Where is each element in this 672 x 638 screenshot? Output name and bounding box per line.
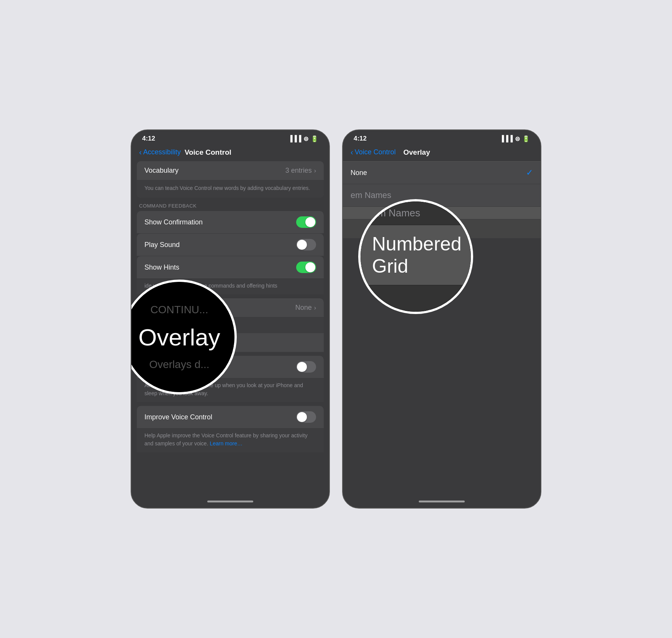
signal-icon: ▐▐▐ — [288, 135, 301, 142]
show-confirmation-item: Show Confirmation — [137, 211, 324, 234]
magnifier-numbered-grid-text: Numbered Grid — [372, 233, 461, 277]
right-signal-icon: ▐▐▐ — [500, 135, 513, 142]
left-home-indicator — [207, 501, 253, 502]
item-names-item[interactable]: em Names — [343, 184, 541, 207]
right-back-label: Voice Control — [355, 148, 396, 156]
right-back-button[interactable]: ‹ Voice Control — [351, 148, 396, 157]
play-sound-label: Play Sound — [144, 241, 180, 249]
improve-voice-toggle[interactable] — [296, 411, 316, 423]
checkmark-icon: ✓ — [526, 168, 533, 178]
vocabulary-value: 3 entries › — [285, 167, 316, 175]
right-back-chevron-icon: ‹ — [351, 148, 353, 157]
main-container: 4:12 ▐▐▐ ⊜ 🔋 ‹ Accessibility Voice Contr… — [121, 120, 551, 518]
right-nav-bar: ‹ Voice Control Overlay — [343, 145, 541, 161]
show-confirmation-toggle[interactable] — [296, 216, 316, 228]
overlay-value: None › — [295, 304, 316, 312]
improve-voice-label: Improve Voice Control — [144, 413, 212, 421]
improve-desc: Help Apple improve the Voice Control fea… — [144, 432, 308, 447]
magnifier-overlays-text: Overlays d... — [132, 355, 227, 371]
right-home-indicator — [419, 501, 465, 502]
show-hints-label: Show Hints — [144, 263, 179, 272]
show-confirmation-label: Show Confirmation — [144, 218, 203, 226]
vocabulary-item[interactable]: Vocabulary 3 entries › — [137, 161, 324, 180]
left-back-label: Accessibility — [143, 148, 181, 156]
attention-aware-toggle[interactable] — [296, 361, 316, 373]
left-back-button[interactable]: ‹ Accessibility — [139, 148, 181, 157]
left-status-icons: ▐▐▐ ⊜ 🔋 — [288, 135, 318, 142]
left-status-time: 4:12 — [142, 135, 155, 142]
left-phone: 4:12 ▐▐▐ ⊜ 🔋 ‹ Accessibility Voice Contr… — [131, 129, 330, 509]
right-status-time: 4:12 — [354, 135, 367, 142]
overlay-chevron-icon: › — [314, 304, 316, 311]
right-phone: 4:12 ▐▐▐ ⊜ 🔋 ‹ Voice Control Overlay Non… — [342, 129, 541, 509]
right-battery-icon: 🔋 — [522, 135, 530, 142]
play-sound-item: Play Sound — [137, 234, 324, 256]
command-feedback-header: COMMAND FEEDBACK — [131, 198, 329, 211]
wifi-icon: ⊜ — [303, 135, 308, 142]
left-page-title: Voice Control — [185, 148, 231, 157]
none-option-item[interactable]: None ✓ — [343, 162, 541, 184]
item-names-label: em Names — [351, 190, 391, 200]
show-hints-item: Show Hints — [137, 256, 324, 279]
magnifier-continu-text: CONTINU... — [132, 304, 227, 320]
learn-more-link[interactable]: Learn more… — [210, 440, 243, 447]
battery-icon: 🔋 — [311, 135, 318, 142]
right-status-bar: 4:12 ▐▐▐ ⊜ 🔋 — [343, 130, 541, 145]
vocabulary-label: Vocabulary — [144, 167, 179, 175]
none-label: None — [351, 169, 367, 177]
right-status-icons: ▐▐▐ ⊜ 🔋 — [500, 135, 530, 142]
vocabulary-chevron-icon: › — [314, 167, 316, 174]
left-nav-bar: ‹ Accessibility Voice Control — [131, 145, 329, 161]
right-magnifier: em Names Numbered Grid — [358, 199, 473, 314]
play-sound-toggle[interactable] — [296, 239, 316, 250]
right-page-title: Overlay — [403, 148, 430, 157]
left-back-chevron-icon: ‹ — [139, 148, 142, 157]
show-hints-toggle[interactable] — [296, 262, 316, 273]
right-wifi-icon: ⊜ — [515, 135, 520, 142]
vocabulary-desc: You can teach Voice Control new words by… — [144, 185, 310, 191]
left-status-bar: 4:12 ▐▐▐ ⊜ 🔋 — [131, 130, 329, 145]
improve-voice-item: Improve Voice Control — [137, 406, 324, 429]
magnifier-overlay-text: Overlay — [132, 320, 227, 355]
